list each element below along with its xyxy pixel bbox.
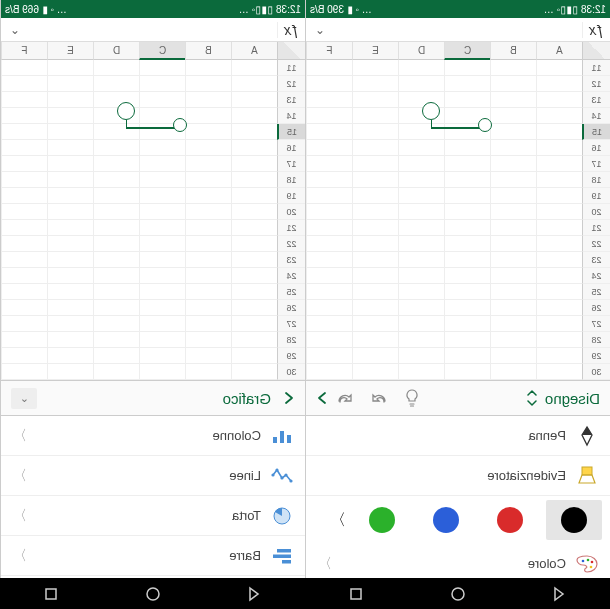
cell[interactable] xyxy=(231,316,277,332)
cell[interactable] xyxy=(306,76,352,92)
cell[interactable] xyxy=(185,252,231,268)
cell[interactable] xyxy=(93,268,139,284)
expand-icon[interactable]: ⌄ xyxy=(1,23,29,37)
cell[interactable] xyxy=(490,300,536,316)
cell[interactable] xyxy=(47,156,93,172)
cell[interactable] xyxy=(490,220,536,236)
row-header[interactable]: 24 xyxy=(277,268,305,284)
cell[interactable] xyxy=(536,108,582,124)
row-header[interactable]: 17 xyxy=(277,156,305,172)
cell[interactable] xyxy=(306,364,352,380)
cell[interactable] xyxy=(139,156,185,172)
row-header[interactable]: 12 xyxy=(277,76,305,92)
row-header[interactable]: 23 xyxy=(277,252,305,268)
cell[interactable] xyxy=(93,76,139,92)
cell[interactable] xyxy=(306,156,352,172)
cell[interactable] xyxy=(398,188,444,204)
cell[interactable] xyxy=(139,236,185,252)
cell[interactable] xyxy=(352,332,398,348)
nav-recent[interactable] xyxy=(43,586,59,602)
cell[interactable] xyxy=(93,188,139,204)
cell[interactable] xyxy=(139,316,185,332)
cell[interactable] xyxy=(93,236,139,252)
cell[interactable] xyxy=(1,348,47,364)
cell[interactable] xyxy=(185,204,231,220)
cell[interactable] xyxy=(185,188,231,204)
cell[interactable] xyxy=(536,252,582,268)
cell[interactable] xyxy=(185,172,231,188)
cell[interactable] xyxy=(1,172,47,188)
cell[interactable] xyxy=(139,172,185,188)
cell[interactable] xyxy=(352,300,398,316)
more-colors[interactable]: 〉 xyxy=(330,510,346,531)
cell[interactable] xyxy=(47,316,93,332)
cell[interactable] xyxy=(398,140,444,156)
cell[interactable] xyxy=(444,188,490,204)
cell[interactable] xyxy=(185,156,231,172)
cell[interactable] xyxy=(444,300,490,316)
cell[interactable] xyxy=(231,204,277,220)
drawn-shape[interactable] xyxy=(117,102,187,132)
cell[interactable] xyxy=(490,316,536,332)
cell[interactable] xyxy=(490,204,536,220)
option-lines[interactable]: Linee 〉 xyxy=(1,456,305,496)
row-header[interactable]: 28 xyxy=(582,332,610,348)
cell[interactable] xyxy=(490,76,536,92)
cell[interactable] xyxy=(444,348,490,364)
cell[interactable] xyxy=(1,188,47,204)
cell[interactable] xyxy=(490,92,536,108)
row-header[interactable]: 15 xyxy=(277,124,305,140)
cell[interactable] xyxy=(47,204,93,220)
cell[interactable] xyxy=(1,124,47,140)
row-header[interactable]: 27 xyxy=(582,316,610,332)
row-header[interactable]: 23 xyxy=(582,252,610,268)
cell[interactable] xyxy=(1,284,47,300)
nav-recent[interactable] xyxy=(348,586,364,602)
cell[interactable] xyxy=(139,76,185,92)
row-header[interactable]: 21 xyxy=(582,220,610,236)
row-header[interactable]: 12 xyxy=(582,76,610,92)
cell[interactable] xyxy=(47,92,93,108)
cell[interactable] xyxy=(536,172,582,188)
cell[interactable] xyxy=(47,236,93,252)
cell[interactable] xyxy=(47,124,93,140)
cell[interactable] xyxy=(352,268,398,284)
cell[interactable] xyxy=(306,268,352,284)
row-header[interactable]: 25 xyxy=(582,284,610,300)
row-header[interactable]: 21 xyxy=(277,220,305,236)
col-header[interactable]: F xyxy=(306,42,352,60)
cell[interactable] xyxy=(352,92,398,108)
cell[interactable] xyxy=(93,284,139,300)
cell[interactable] xyxy=(352,172,398,188)
cell[interactable] xyxy=(47,108,93,124)
cell[interactable] xyxy=(306,188,352,204)
cell[interactable] xyxy=(139,284,185,300)
cell[interactable] xyxy=(185,332,231,348)
row-header[interactable]: 15 xyxy=(582,124,610,140)
cell[interactable] xyxy=(352,140,398,156)
cell[interactable] xyxy=(231,92,277,108)
cell[interactable] xyxy=(352,220,398,236)
cell[interactable] xyxy=(490,348,536,364)
dropdown-icon[interactable]: ⌄ xyxy=(11,388,37,409)
cell[interactable] xyxy=(139,268,185,284)
cell[interactable] xyxy=(93,60,139,76)
cell[interactable] xyxy=(185,108,231,124)
row-header[interactable]: 28 xyxy=(277,332,305,348)
cell[interactable] xyxy=(536,204,582,220)
cell[interactable] xyxy=(490,124,536,140)
cell[interactable] xyxy=(93,348,139,364)
cell[interactable] xyxy=(398,268,444,284)
cell[interactable] xyxy=(185,236,231,252)
cell[interactable] xyxy=(306,204,352,220)
row-header[interactable]: 27 xyxy=(277,316,305,332)
cell[interactable] xyxy=(444,140,490,156)
cell[interactable] xyxy=(139,220,185,236)
row-header[interactable]: 11 xyxy=(277,60,305,76)
cell[interactable] xyxy=(398,252,444,268)
col-header[interactable]: B xyxy=(185,42,231,60)
row-header[interactable]: 30 xyxy=(582,364,610,380)
cell[interactable] xyxy=(536,188,582,204)
cell[interactable] xyxy=(1,76,47,92)
cell[interactable] xyxy=(139,188,185,204)
